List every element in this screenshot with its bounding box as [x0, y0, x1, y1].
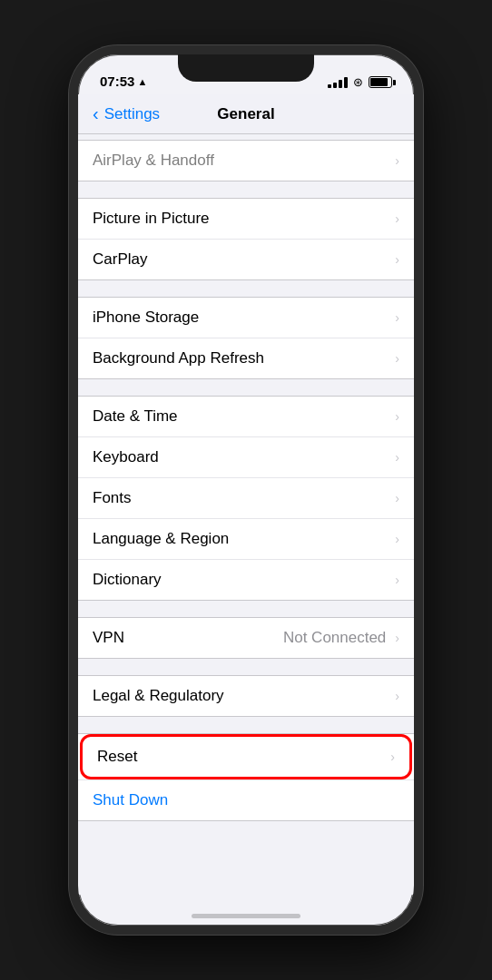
iphone-storage-right: › [395, 310, 399, 325]
vpn-value: Not Connected [283, 629, 386, 647]
vpn-item[interactable]: VPN Not Connected › [78, 618, 414, 658]
back-chevron-icon: ‹ [93, 103, 99, 124]
group-reset-wrapper: Reset › Shut Down [78, 733, 414, 821]
fonts-label: Fonts [93, 489, 132, 507]
legal-regulatory-label: Legal & Regulatory [93, 687, 224, 705]
background-app-refresh-item[interactable]: Background App Refresh › [78, 338, 414, 378]
legal-regulatory-item[interactable]: Legal & Regulatory › [78, 676, 414, 716]
reset-label: Reset [97, 748, 137, 766]
page-title: General [217, 105, 274, 123]
background-app-refresh-label: Background App Refresh [93, 349, 264, 368]
signal-bar-3 [339, 80, 342, 88]
battery-fill [370, 78, 388, 86]
back-label: Settings [104, 105, 160, 123]
keyboard-label: Keyboard [93, 448, 159, 466]
group-vpn: VPN Not Connected › [78, 617, 414, 659]
keyboard-item[interactable]: Keyboard › [78, 437, 414, 478]
status-icons: ⊛ [328, 75, 392, 89]
dictionary-item[interactable]: Dictionary › [78, 560, 414, 600]
dictionary-label: Dictionary [93, 571, 162, 589]
reset-right: › [390, 750, 395, 764]
airplay-handoff-item[interactable]: AirPlay & Handoff › [78, 140, 414, 181]
notch [178, 54, 314, 82]
fonts-right: › [395, 491, 399, 505]
location-icon: ▲ [137, 76, 147, 87]
date-time-right: › [395, 409, 399, 424]
status-time: 07:53 ▲ [100, 74, 147, 89]
fonts-item[interactable]: Fonts › [78, 478, 414, 519]
signal-bars [328, 77, 348, 88]
chevron-right-icon: › [395, 631, 399, 645]
chevron-right-icon: › [395, 310, 399, 325]
group-pip-carplay: Picture in Picture › CarPlay › [78, 198, 414, 280]
back-button[interactable]: ‹ Settings [93, 103, 160, 124]
keyboard-right: › [395, 450, 399, 465]
reset-group-top: Reset › [78, 733, 414, 779]
signal-bar-4 [344, 77, 348, 88]
home-indicator [192, 914, 300, 918]
chevron-right-icon: › [395, 153, 399, 168]
date-time-item[interactable]: Date & Time › [78, 397, 414, 437]
group-locale: Date & Time › Keyboard › Fonts › Languag… [78, 396, 414, 601]
vpn-label: VPN [93, 629, 124, 647]
iphone-storage-item[interactable]: iPhone Storage › [78, 298, 414, 338]
scroll-content: AirPlay & Handoff › Picture in Picture ›… [78, 134, 414, 895]
language-region-right: › [395, 532, 399, 546]
group-legal: Legal & Regulatory › [78, 675, 414, 717]
dictionary-right: › [395, 573, 399, 587]
chevron-right-icon: › [395, 450, 399, 465]
chevron-right-icon: › [395, 351, 399, 366]
shutdown-item[interactable]: Shut Down [78, 780, 414, 820]
picture-in-picture-label: Picture in Picture [93, 210, 210, 228]
nav-bar: ‹ Settings General [78, 94, 414, 134]
picture-in-picture-item[interactable]: Picture in Picture › [78, 199, 414, 240]
language-region-label: Language & Region [93, 530, 229, 548]
iphone-storage-label: iPhone Storage [93, 309, 199, 327]
shutdown-wrapper: Shut Down [78, 779, 414, 821]
chevron-right-icon: › [395, 252, 399, 267]
airplay-handoff-label: AirPlay & Handoff [93, 152, 214, 170]
shutdown-label: Shut Down [93, 791, 168, 809]
carplay-label: CarPlay [93, 250, 147, 269]
picture-in-picture-right: › [395, 211, 399, 226]
carplay-right: › [395, 252, 399, 267]
language-region-item[interactable]: Language & Region › [78, 519, 414, 560]
chevron-right-icon: › [395, 211, 399, 226]
chevron-right-icon: › [395, 532, 399, 546]
battery-icon [369, 76, 392, 88]
group-storage-refresh: iPhone Storage › Background App Refresh … [78, 297, 414, 379]
date-time-label: Date & Time [93, 407, 178, 426]
background-app-refresh-right: › [395, 351, 399, 366]
phone-frame: 07:53 ▲ ⊛ ‹ Settings General Air [69, 45, 423, 935]
chevron-right-icon: › [390, 750, 395, 764]
signal-bar-1 [328, 84, 331, 88]
chevron-right-icon: › [395, 573, 399, 587]
reset-item[interactable]: Reset › [80, 734, 412, 779]
chevron-right-icon: › [395, 689, 399, 703]
vpn-right: Not Connected › [283, 629, 399, 647]
signal-bar-2 [333, 83, 337, 88]
legal-regulatory-right: › [395, 689, 399, 703]
chevron-right-icon: › [395, 409, 399, 424]
wifi-icon: ⊛ [353, 75, 363, 89]
carplay-item[interactable]: CarPlay › [78, 240, 414, 279]
chevron-right-icon: › [395, 491, 399, 505]
